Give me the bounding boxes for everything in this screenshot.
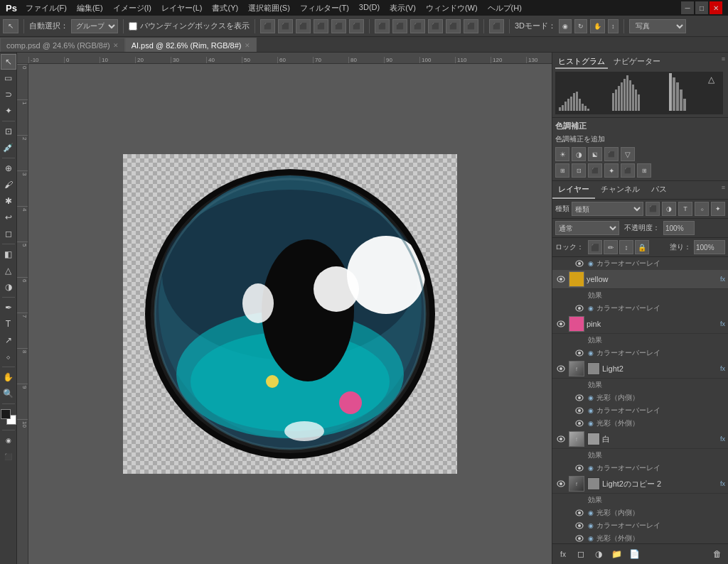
align-left-button[interactable]: ⬛ — [260, 19, 275, 33]
layer-Light2copy-glow-inner-visibility[interactable] — [574, 507, 585, 519]
gradient-tool[interactable]: ◧ — [1, 246, 16, 262]
layer-item-white[interactable]: f 白 fx — [552, 430, 728, 449]
layer-yellow-visibility[interactable] — [555, 273, 567, 285]
histogram-menu-icon[interactable]: ≡ — [722, 55, 725, 69]
arrange-button[interactable]: ⬛ — [489, 19, 504, 33]
hand-tool[interactable]: ✋ — [1, 369, 16, 385]
adj-vibrance-icon[interactable]: ⬛ — [604, 147, 619, 161]
layer-group-button[interactable]: 📁 — [609, 546, 624, 562]
adj-channel-mixer-icon[interactable]: ✦ — [604, 163, 619, 178]
layer-delete-button[interactable]: 🗑 — [710, 546, 725, 562]
menu-item-3DD[interactable]: 3D(D) — [355, 1, 384, 15]
zoom-tool[interactable]: 🔍 — [1, 386, 16, 401]
layer-white-overlay-visibility[interactable] — [574, 462, 585, 474]
layer-item-Light2[interactable]: f Light2 fx — [552, 359, 728, 379]
adj-exposure-icon[interactable]: ⬕ — [588, 147, 602, 161]
shape-tool[interactable]: ⬦ — [1, 349, 16, 364]
maximize-button[interactable]: □ — [695, 1, 708, 14]
layer-Light2copy-glow-outer-visibility[interactable] — [574, 533, 585, 543]
dodge-tool[interactable]: ◑ — [1, 279, 16, 295]
layers-tab-layers[interactable]: レイヤー — [552, 181, 595, 199]
move-tool-button[interactable]: ↖ — [3, 19, 18, 33]
layer-Light2copy-visibility[interactable] — [555, 478, 567, 489]
distribute-left-button[interactable]: ⬛ — [375, 19, 390, 33]
kind-dropdown[interactable]: 種類 — [572, 202, 643, 216]
adj-color-balance-icon[interactable]: ⊞ — [555, 163, 569, 178]
layers-menu-icon[interactable]: ≡ — [719, 181, 728, 199]
3d-rotate-button[interactable]: ↻ — [574, 19, 587, 33]
fill-input[interactable] — [694, 240, 725, 254]
text-tool[interactable]: T — [1, 316, 16, 332]
eraser-tool[interactable]: ◻ — [1, 226, 16, 242]
lasso-tool[interactable]: ⊃ — [1, 87, 16, 102]
distribute-bottom-button[interactable]: ⬛ — [464, 19, 478, 33]
align-right-button[interactable]: ⬛ — [296, 19, 311, 33]
menu-item-ファイルF[interactable]: ファイル(F) — [21, 1, 71, 15]
screen-mode-button[interactable]: ⬛ — [1, 449, 16, 465]
menu-item-ヘルプH[interactable]: ヘルプ(H) — [483, 1, 526, 15]
distribute-center-v-button[interactable]: ⬛ — [446, 19, 461, 33]
bbox-checkbox[interactable] — [129, 22, 137, 31]
path-select-tool[interactable]: ↗ — [1, 332, 16, 348]
layer-fx-button[interactable]: fx — [555, 546, 571, 562]
layer-yellow-overlay-visibility[interactable] — [574, 303, 585, 314]
layer-item-yellow[interactable]: yellow fx — [552, 270, 728, 289]
3d-orbit-button[interactable]: ◉ — [559, 19, 572, 33]
layer-pink-overlay-visibility[interactable] — [574, 347, 585, 359]
menu-item-フィルターT[interactable]: フィルター(T) — [296, 1, 353, 15]
close-button[interactable]: ✕ — [710, 1, 722, 14]
adj-color-lookup-icon[interactable]: ⬛ — [621, 163, 635, 178]
photo-mode-dropdown[interactable]: 写真 — [629, 19, 686, 33]
marquee-tool[interactable]: ▭ — [1, 70, 16, 86]
lock-all-button[interactable]: 🔒 — [635, 240, 649, 254]
3d-pan-button[interactable]: ✋ — [590, 19, 605, 33]
spot-heal-tool[interactable]: ⊕ — [1, 161, 16, 176]
layer-filter-adj-icon[interactable]: ◑ — [662, 202, 676, 216]
quick-mask-button[interactable]: ◉ — [1, 433, 16, 448]
layer-white-visibility[interactable] — [555, 433, 567, 445]
layer-Light2-overlay-visibility[interactable] — [574, 405, 585, 416]
magic-wand-tool[interactable]: ✦ — [1, 103, 16, 119]
menu-item-レイヤーL[interactable]: レイヤー(L) — [157, 1, 206, 15]
layer-Light2-visibility[interactable] — [555, 363, 567, 374]
eyedropper-tool[interactable]: 💉 — [1, 140, 16, 156]
color-picker[interactable] — [1, 409, 16, 425]
align-top-button[interactable]: ⬛ — [314, 19, 328, 33]
tab-comp[interactable]: comp.psd @ 24.6% (RGB/8#) ✕ — [0, 38, 125, 52]
layer-new-button[interactable]: 📄 — [626, 546, 642, 562]
layer-filter-pixel-icon[interactable]: ⬛ — [646, 202, 660, 216]
distribute-center-h-button[interactable]: ⬛ — [392, 19, 407, 33]
adj-bw-icon[interactable]: ⊡ — [572, 163, 586, 178]
layer-filter-smart-icon[interactable]: ✦ — [711, 202, 725, 216]
opacity-input[interactable] — [663, 221, 695, 235]
adj-brightness-icon[interactable]: ☀ — [555, 147, 569, 161]
menu-item-書式Y[interactable]: 書式(Y) — [208, 1, 242, 15]
layer-Light2-glow-inner-visibility[interactable] — [574, 392, 585, 403]
crop-tool[interactable]: ⊡ — [1, 124, 16, 139]
align-center-h-button[interactable]: ⬛ — [278, 19, 293, 33]
layer-filter-shape-icon[interactable]: ⬦ — [695, 202, 709, 216]
distribute-right-button[interactable]: ⬛ — [410, 19, 425, 33]
layers-tab-channels[interactable]: チャンネル — [595, 181, 646, 199]
clone-stamp-tool[interactable]: ✱ — [1, 193, 16, 209]
menu-item-選択範囲S[interactable]: 選択範囲(S) — [244, 1, 294, 15]
menu-item-イメージI[interactable]: イメージ(I) — [109, 1, 156, 15]
layer-mask-button[interactable]: ◻ — [573, 546, 589, 562]
layers-tab-paths[interactable]: パス — [646, 181, 673, 199]
tab-comp-close[interactable]: ✕ — [113, 42, 119, 49]
histogram-tab[interactable]: ヒストグラム — [555, 55, 608, 69]
minimize-button[interactable]: ─ — [681, 1, 694, 14]
align-bottom-button[interactable]: ⬛ — [349, 19, 364, 33]
menu-item-ウィンドウW[interactable]: ウィンドウ(W) — [422, 1, 482, 15]
distribute-top-button[interactable]: ⬛ — [428, 19, 443, 33]
layer-adjustment-button[interactable]: ◑ — [591, 546, 606, 562]
auto-select-dropdown[interactable]: グループ レイヤー — [71, 19, 118, 33]
layer-pink-visibility[interactable] — [555, 318, 567, 330]
canvas-wrapper[interactable] — [28, 64, 552, 564]
adj-levels-icon[interactable]: ⊞ — [637, 163, 651, 178]
tab-ai-close[interactable]: ✕ — [245, 42, 250, 49]
blur-tool[interactable]: △ — [1, 263, 16, 278]
layer-visibility-eye[interactable] — [574, 258, 585, 269]
adj-photo-filter-icon[interactable]: ⬛ — [588, 163, 602, 178]
brush-tool[interactable]: 🖌 — [1, 177, 16, 192]
